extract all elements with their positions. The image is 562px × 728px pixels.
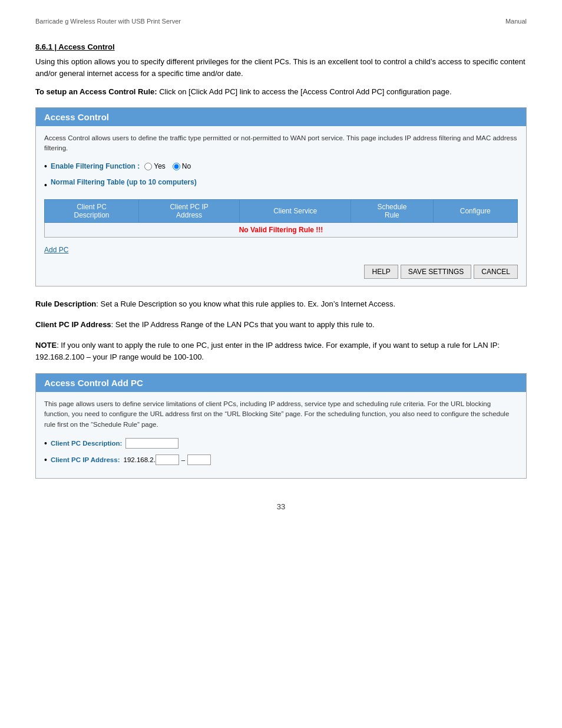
bullet-add-pc-desc: • xyxy=(44,439,47,448)
add-pc-title: Access Control Add PC xyxy=(36,374,526,392)
instruction-text: To setup an Access Control Rule: Click o… xyxy=(35,86,527,98)
add-pc-ip-label: Client PC IP Address: xyxy=(51,456,120,463)
radio-no[interactable] xyxy=(173,163,180,170)
radio-group: Yes No xyxy=(144,162,191,170)
filter-table-row: • Normal Filtering Table (up to 10 compu… xyxy=(44,178,518,192)
filter-function-label: Enable Filtering Function : xyxy=(51,162,140,170)
filter-table-label: Normal Filtering Table (up to 10 compute… xyxy=(51,178,197,186)
add-pc-link[interactable]: Add PC xyxy=(44,246,68,254)
add-pc-ip-row: • Client PC IP Address: 192.168.2. – xyxy=(44,454,518,465)
header-left: Barricade g Wireless Router with USB Pri… xyxy=(35,18,181,25)
add-pc-description: This page allows users to define service… xyxy=(44,399,518,430)
radio-no-text: No xyxy=(182,162,191,170)
ip-prefix: 192.168.2. xyxy=(124,456,156,463)
add-pc-desc-row: • Client PC Description: xyxy=(44,438,518,449)
bullet-icon: • xyxy=(44,162,47,171)
radio-no-label[interactable]: No xyxy=(173,162,191,170)
client-pc-ip-section: Client PC IP Address: Set the IP Address… xyxy=(35,319,527,331)
client-pc-text: : Set the IP Address Range of the LAN PC… xyxy=(111,320,375,329)
col-client-pc-desc: Client PCDescription xyxy=(45,200,139,223)
radio-yes-text: Yes xyxy=(154,162,166,170)
help-button[interactable]: HELP xyxy=(364,265,398,279)
instruction-bold: To setup an Access Control Rule: xyxy=(35,87,157,96)
section-title: 8.6.1 | Access Control xyxy=(35,42,527,51)
client-pc-ip-start-input[interactable] xyxy=(156,454,179,465)
add-pc-box: Access Control Add PC This page allows u… xyxy=(35,373,527,479)
instruction-rest: Click on [Click Add PC] link to access t… xyxy=(157,87,452,96)
rule-description-section: Rule Description: Set a Rule Description… xyxy=(35,298,527,311)
filter-function-row: • Enable Filtering Function : Yes No xyxy=(44,162,518,171)
note-label: NOTE xyxy=(35,341,57,350)
access-control-box: Access Control Access Control allows use… xyxy=(35,107,527,287)
page-header: Barricade g Wireless Router with USB Pri… xyxy=(35,18,527,25)
rule-desc-text: : Set a Rule Description so you know wha… xyxy=(96,299,395,308)
client-pc-description-input[interactable] xyxy=(125,438,178,449)
col-schedule-rule: ScheduleRule xyxy=(351,200,433,223)
note-section: NOTE: If you only want to apply the rule… xyxy=(35,340,527,364)
ip-dash: – xyxy=(181,456,185,463)
col-configure: Configure xyxy=(433,200,517,223)
access-control-title: Access Control xyxy=(36,108,526,126)
no-rule-text: No Valid Filtering Rule !!! xyxy=(45,223,518,238)
save-settings-button[interactable]: SAVE SETTINGS xyxy=(401,265,471,279)
bullet-table-icon: • xyxy=(44,180,47,190)
access-control-body: Access Control allows users to define th… xyxy=(36,126,526,286)
add-pc-body: This page allows users to define service… xyxy=(36,392,526,478)
radio-yes[interactable] xyxy=(144,163,152,170)
bullet-add-pc-ip: • xyxy=(44,455,47,465)
col-client-pc-ip: Client PC IPAddress xyxy=(139,200,240,223)
filter-table: Client PCDescription Client PC IPAddress… xyxy=(44,199,518,238)
page-number: 33 xyxy=(35,502,527,511)
body-text: Using this option allows you to specify … xyxy=(35,56,527,79)
rule-desc-label: Rule Description xyxy=(35,299,96,308)
no-rule-row: No Valid Filtering Rule !!! xyxy=(45,223,518,238)
cancel-button[interactable]: CANCEL xyxy=(474,265,518,279)
note-text: : If you only want to apply the rule to … xyxy=(35,341,500,362)
client-pc-label: Client PC IP Address xyxy=(35,320,111,329)
radio-yes-label[interactable]: Yes xyxy=(144,162,166,170)
access-control-description: Access Control allows users to define th… xyxy=(44,133,518,154)
button-row: HELP SAVE SETTINGS CANCEL xyxy=(44,265,518,279)
add-pc-desc-label: Client PC Description: xyxy=(51,440,122,447)
header-right: Manual xyxy=(505,18,527,25)
col-client-service: Client Service xyxy=(240,200,351,223)
client-pc-ip-end-input[interactable] xyxy=(187,454,211,465)
